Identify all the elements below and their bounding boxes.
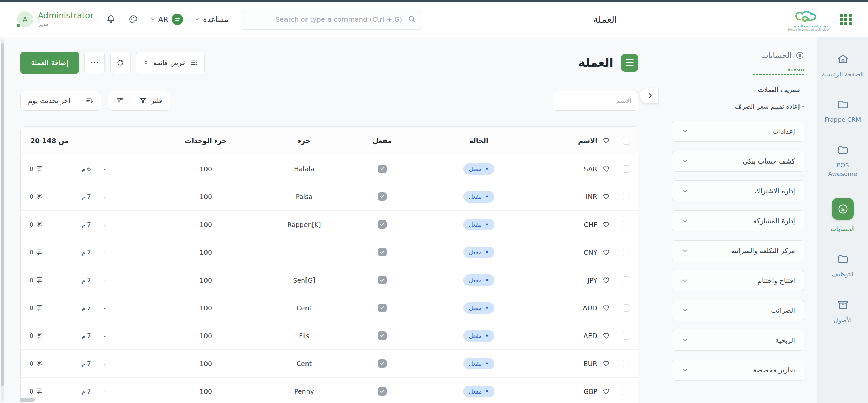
row-select-checkbox[interactable] [623, 193, 630, 200]
clear-filter-button[interactable] [108, 91, 132, 111]
apps-grid-icon[interactable] [840, 14, 852, 25]
currency-code-link[interactable]: AED [547, 322, 597, 349]
enabled-checkbox[interactable] [378, 248, 387, 256]
enabled-checkbox[interactable] [378, 165, 387, 173]
currency-code-link[interactable]: AUD [547, 294, 597, 322]
page-scrollbar-thumb[interactable] [1, 43, 4, 386]
user-menu[interactable]: A Administrator مدير [17, 11, 94, 28]
app-rail-item[interactable]: التوظيف [821, 253, 865, 279]
row-select-checkbox[interactable] [623, 276, 630, 284]
workspace-menu-button[interactable] [621, 54, 638, 72]
enabled-checkbox[interactable] [378, 220, 387, 229]
favorite-heart-icon[interactable] [602, 387, 610, 395]
table-row[interactable]: CNY • مفعل 100 [21, 238, 638, 266]
table-row[interactable]: INR • مفعل Paisa [21, 183, 638, 211]
favorite-heart-icon[interactable] [602, 220, 610, 228]
app-rail-item[interactable]: Frappe CRM [821, 98, 865, 124]
column-header-name[interactable]: الاسم [547, 127, 597, 155]
row-select-checkbox[interactable] [623, 304, 630, 312]
column-header-status[interactable]: الحالة [411, 127, 547, 155]
table-row[interactable]: SAR • مفعل Halala [21, 155, 638, 183]
favorite-heart-icon[interactable] [602, 276, 610, 284]
sidebar-active-item[interactable]: العملة [753, 69, 804, 75]
favorite-heart-icon[interactable] [602, 248, 610, 256]
favorite-heart-icon[interactable] [602, 193, 610, 200]
language-selector[interactable]: AR [150, 14, 183, 25]
table-row[interactable]: GBP • مفعل Penny [21, 378, 638, 403]
theme-palette-icon[interactable] [128, 14, 138, 24]
notifications-bell-icon[interactable] [106, 14, 116, 24]
app-rail-item[interactable]: الصفحة الرئيسية [821, 53, 865, 79]
add-currency-button[interactable]: إضافة العملة [20, 52, 79, 74]
sidebar-section[interactable]: إدارة المشاركة [672, 210, 804, 231]
chevron-down-icon [681, 128, 689, 135]
app-rail-label: Frappe CRM [825, 115, 861, 124]
column-header-fraction[interactable]: جزء [255, 127, 353, 155]
sort-field-button[interactable]: آخر تحديث يوم [20, 91, 78, 111]
enabled-checkbox[interactable] [378, 331, 387, 340]
row-select-checkbox[interactable] [623, 249, 630, 256]
currency-code-link[interactable]: SAR [547, 155, 597, 183]
currency-code-link[interactable]: CHF [547, 211, 597, 238]
sidebar-section[interactable]: مركز التكلفة والميزانية [672, 240, 804, 261]
sidebar-section[interactable]: الضرائب [672, 300, 804, 321]
table-row[interactable]: AUD • مفعل Cent [21, 294, 638, 322]
horizontal-scrollbar-thumb[interactable] [20, 398, 35, 402]
row-select-checkbox[interactable] [623, 388, 630, 395]
sidebar-section[interactable]: كشف حساب بنكى [672, 151, 804, 172]
enabled-checkbox[interactable] [378, 304, 387, 312]
company-logo[interactable]: حوسبة النظم لتقنية المعلومات Hwsba Infor… [788, 7, 830, 32]
list-view-selector[interactable]: عرض قائمة [136, 52, 205, 74]
enabled-checkbox[interactable] [378, 192, 387, 201]
sidebar-section[interactable]: الربحية [672, 330, 804, 351]
global-search-input[interactable] [241, 9, 422, 30]
filter-button[interactable]: فلتر [132, 91, 170, 111]
sidebar-section[interactable]: افتتاح واختتام [672, 270, 804, 291]
table-row[interactable]: CHF • مفعل Rappen[K] [21, 211, 638, 238]
fraction-value: Rappen[K] [255, 211, 353, 238]
enabled-checkbox[interactable] [378, 276, 387, 284]
tags-placeholder: - [104, 193, 106, 200]
dollar-circle-icon: $ [795, 51, 804, 60]
row-select-checkbox[interactable] [623, 332, 630, 340]
table-row[interactable]: AED • مفعل Fils [21, 322, 638, 350]
table-row[interactable]: JPY • مفعل Sen[G] [21, 266, 638, 294]
more-options-button[interactable]: ··· [84, 52, 105, 74]
sidebar-link[interactable]: - إعادة تقييم سعر الصرف [672, 102, 804, 110]
currency-code-link[interactable]: GBP [547, 378, 597, 403]
name-filter-input[interactable] [553, 91, 638, 111]
refresh-button[interactable] [110, 52, 131, 74]
row-select-checkbox[interactable] [623, 165, 630, 173]
favorite-heart-icon[interactable] [602, 360, 610, 367]
favorite-heart-icon[interactable] [602, 332, 610, 340]
enabled-checkbox[interactable] [378, 359, 387, 368]
app-rail-item[interactable]: POS Awesome [821, 144, 865, 178]
sidebar-section[interactable]: إعدادات [672, 121, 804, 142]
favorite-heart-icon[interactable] [602, 137, 610, 145]
table-row[interactable]: EUR • مفعل Cent [21, 350, 638, 378]
sidebar-collapse-toggle[interactable] [640, 88, 659, 104]
sidebar-title-row[interactable]: $ الحسابات [672, 51, 804, 60]
currency-code-link[interactable]: INR [547, 183, 597, 210]
sidebar-section-label: تقارير مخصصة [753, 366, 795, 374]
select-all-checkbox[interactable] [623, 137, 630, 145]
column-header-enabled[interactable]: مفعل [353, 127, 411, 155]
currency-code-link[interactable]: CNY [547, 238, 597, 266]
row-select-checkbox[interactable] [623, 360, 630, 367]
column-header-fraction-units[interactable]: جزء الوحدات [157, 127, 255, 155]
favorite-heart-icon[interactable] [602, 165, 610, 173]
sidebar-section[interactable]: تقارير مخصصة [672, 360, 804, 381]
app-rail-item[interactable]: $ الحسابات [821, 198, 865, 233]
app-rail-item[interactable]: الأصول [821, 299, 865, 325]
sidebar-section[interactable]: إدارة الاشتراك [672, 180, 804, 202]
currency-code-link[interactable]: JPY [547, 266, 597, 294]
help-menu[interactable]: مساعدة [195, 15, 228, 24]
status-dot: • [485, 360, 489, 367]
enabled-checkbox[interactable] [378, 387, 387, 396]
currency-code-link[interactable]: EUR [547, 350, 597, 377]
sidebar-link[interactable]: - تصريف العملات [672, 86, 804, 93]
row-select-checkbox[interactable] [623, 221, 630, 228]
favorite-heart-icon[interactable] [602, 304, 610, 312]
fraction-units-value: 100 [157, 266, 255, 294]
sort-direction-button[interactable] [78, 91, 101, 111]
